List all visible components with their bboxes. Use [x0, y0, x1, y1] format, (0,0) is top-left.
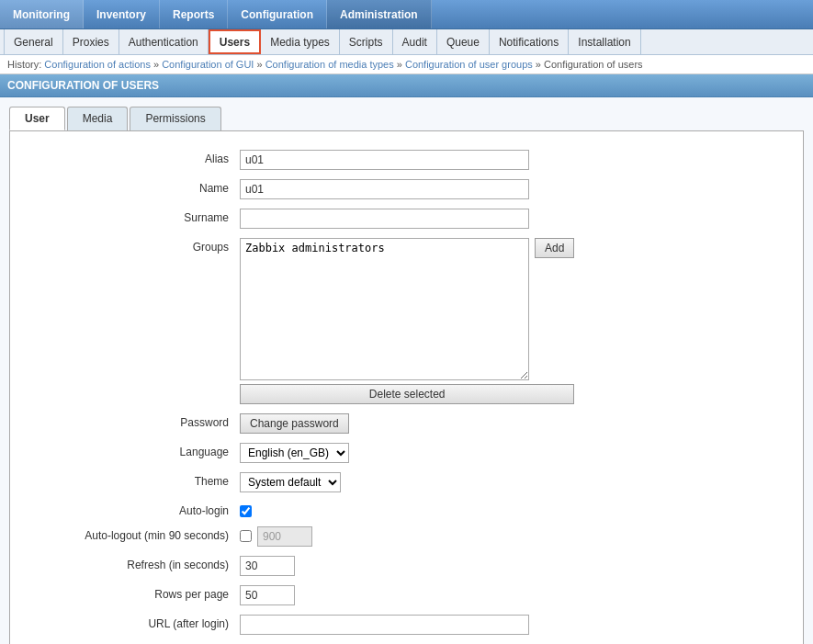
name-row: Name	[19, 179, 794, 199]
add-group-button[interactable]: Add	[535, 238, 574, 258]
name-field	[240, 179, 794, 199]
subnav-users[interactable]: Users	[209, 29, 261, 54]
surname-row: Surname	[19, 209, 794, 229]
alias-input[interactable]	[240, 150, 529, 170]
tab-content-user: Alias Name Surname Groups	[9, 130, 804, 644]
refresh-row: Refresh (in seconds)	[19, 556, 794, 576]
url-label: URL (after login)	[19, 615, 240, 630]
rows-per-page-field	[240, 585, 794, 605]
theme-field: System default Blue Dark	[240, 472, 794, 492]
nav-monitoring[interactable]: Monitoring	[0, 0, 84, 28]
groups-textarea[interactable]: Zabbix administrators	[240, 238, 529, 380]
alias-row: Alias	[19, 150, 794, 170]
subnav-notifications[interactable]: Notifications	[490, 29, 569, 54]
language-select[interactable]: English (en_GB) System default	[240, 443, 349, 463]
rows-per-page-row: Rows per page	[19, 585, 794, 605]
refresh-input[interactable]	[240, 556, 295, 576]
breadcrumb-link-1[interactable]: Configuration of actions	[44, 59, 151, 70]
language-field: English (en_GB) System default	[240, 443, 794, 463]
password-label: Password	[19, 413, 240, 429]
password-field: Change password	[240, 413, 794, 434]
subnav-audit[interactable]: Audit	[393, 29, 437, 54]
autologout-checkbox[interactable]	[240, 530, 252, 542]
nav-configuration[interactable]: Configuration	[228, 0, 327, 28]
password-row: Password Change password	[19, 413, 794, 434]
autologin-row: Auto-login	[19, 502, 794, 517]
nav-administration[interactable]: Administration	[327, 0, 432, 28]
name-label: Name	[19, 179, 240, 195]
change-password-button[interactable]: Change password	[240, 413, 349, 434]
breadcrumb-current: Configuration of users	[544, 59, 643, 70]
theme-select[interactable]: System default Blue Dark	[240, 472, 341, 492]
autologin-label: Auto-login	[19, 502, 240, 517]
subnav-authentication[interactable]: Authentication	[119, 29, 209, 54]
content-area: User Media Permissions Alias Name Surnam…	[0, 97, 813, 644]
sub-nav: General Proxies Authentication Users Med…	[0, 29, 813, 55]
tab-media[interactable]: Media	[67, 107, 129, 130]
alias-field	[240, 150, 794, 170]
language-label: Language	[19, 443, 240, 458]
subnav-proxies[interactable]: Proxies	[63, 29, 119, 54]
groups-label: Groups	[19, 238, 240, 254]
autologout-input[interactable]	[257, 526, 312, 547]
autologin-field	[240, 502, 794, 517]
refresh-label: Refresh (in seconds)	[19, 556, 240, 571]
alias-label: Alias	[19, 150, 240, 165]
breadcrumb-link-3[interactable]: Configuration of media types	[265, 59, 394, 70]
subnav-media-types[interactable]: Media types	[261, 29, 340, 54]
autologout-row: Auto-logout (min 90 seconds)	[19, 526, 794, 547]
url-input[interactable]	[240, 615, 529, 635]
section-header: CONFIGURATION OF USERS	[0, 74, 813, 97]
tabs: User Media Permissions	[9, 107, 804, 130]
autologin-checkbox[interactable]	[240, 505, 252, 517]
rows-per-page-label: Rows per page	[19, 585, 240, 601]
url-row: URL (after login)	[19, 615, 794, 635]
nav-inventory[interactable]: Inventory	[84, 0, 160, 28]
name-input[interactable]	[240, 179, 529, 199]
subnav-general[interactable]: General	[4, 29, 63, 54]
tab-user[interactable]: User	[9, 107, 65, 130]
tab-permissions[interactable]: Permissions	[130, 107, 220, 130]
language-row: Language English (en_GB) System default	[19, 443, 794, 463]
delete-selected-button[interactable]: Delete selected	[240, 384, 574, 404]
autologout-label: Auto-logout (min 90 seconds)	[19, 526, 240, 542]
subnav-scripts[interactable]: Scripts	[340, 29, 393, 54]
breadcrumb-history-label: History:	[7, 59, 41, 70]
groups-field: Zabbix administrators Add Delete selecte…	[240, 238, 794, 404]
breadcrumb: History: Configuration of actions » Conf…	[0, 55, 813, 74]
subnav-installation[interactable]: Installation	[569, 29, 640, 54]
subnav-queue[interactable]: Queue	[437, 29, 490, 54]
nav-reports[interactable]: Reports	[160, 0, 228, 28]
url-field	[240, 615, 794, 635]
breadcrumb-link-2[interactable]: Configuration of GUI	[162, 59, 254, 70]
top-nav: Monitoring Inventory Reports Configurati…	[0, 0, 813, 29]
theme-row: Theme System default Blue Dark	[19, 472, 794, 492]
surname-input[interactable]	[240, 209, 529, 229]
refresh-field	[240, 556, 794, 576]
rows-per-page-input[interactable]	[240, 585, 295, 605]
surname-field	[240, 209, 794, 229]
breadcrumb-link-4[interactable]: Configuration of user groups	[405, 59, 533, 70]
groups-with-btn: Zabbix administrators Add	[240, 238, 574, 380]
groups-row: Groups Zabbix administrators Add Delete …	[19, 238, 794, 404]
surname-label: Surname	[19, 209, 240, 224]
autologout-field	[240, 526, 794, 547]
groups-container: Zabbix administrators Add Delete selecte…	[240, 238, 574, 404]
theme-label: Theme	[19, 472, 240, 488]
